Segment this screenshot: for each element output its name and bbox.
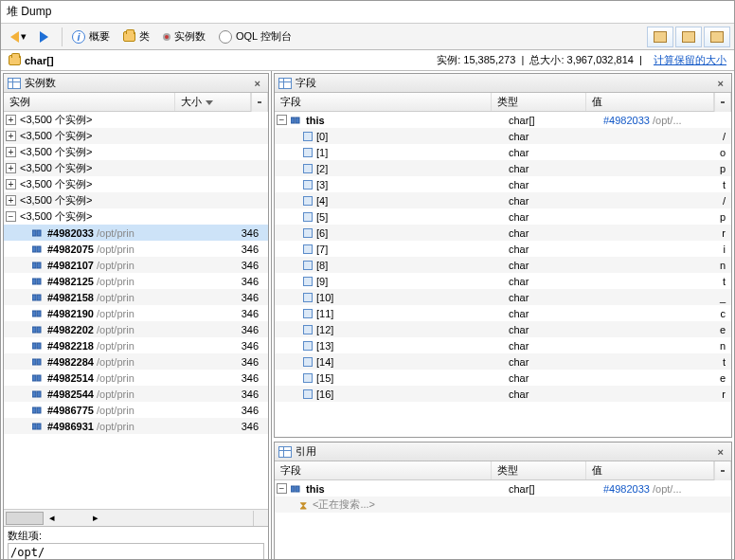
tree-toggle[interactable]: + — [6, 163, 16, 173]
close-icon[interactable]: × — [251, 78, 264, 89]
instance-group-row[interactable]: +<3,500 个实例> — [4, 128, 268, 144]
field-row[interactable]: [16]charr — [275, 386, 731, 402]
field-row[interactable]: [0]char/ — [275, 128, 731, 144]
col-type[interactable]: 类型 — [492, 93, 586, 111]
tree-toggle[interactable]: + — [6, 115, 16, 125]
svg-rect-21 — [37, 391, 41, 397]
classes-button[interactable]: 类 — [117, 27, 155, 45]
tool-btn-2[interactable] — [675, 27, 702, 47]
instance-row[interactable]: #4982033 /opt/prin346 — [4, 225, 268, 241]
instance-row[interactable]: #4982514 /opt/prin346 — [4, 370, 268, 386]
svg-rect-22 — [32, 407, 36, 413]
col-size[interactable]: 大小 — [175, 93, 251, 111]
field-icon — [303, 309, 313, 318]
field-row[interactable]: [5]charp — [275, 208, 731, 225]
instance-row[interactable]: #4986931 /opt/prin346 — [4, 418, 268, 434]
field-icon — [303, 180, 313, 190]
svg-rect-26 — [291, 117, 295, 123]
instance-group-row[interactable]: +<3,500 个实例> — [4, 192, 268, 208]
svg-rect-1 — [37, 230, 41, 236]
field-row[interactable]: [15]chare — [275, 370, 731, 386]
field-row[interactable]: [9]chart — [275, 273, 731, 289]
instance-row[interactable]: #4982190 /opt/prin346 — [4, 305, 268, 321]
svg-rect-5 — [37, 262, 41, 268]
h-scrollbar[interactable]: ◂▸ — [4, 509, 268, 526]
col-instance[interactable]: 实例 — [4, 93, 175, 111]
tree-toggle[interactable]: − — [277, 483, 287, 494]
window-title: 堆 Dump — [1, 1, 734, 24]
tree-toggle[interactable]: + — [6, 131, 16, 141]
instances-button[interactable]: 实例数 — [157, 27, 211, 45]
field-row[interactable]: [1]charo — [275, 144, 731, 160]
instance-row[interactable]: #4982075 /opt/prin346 — [4, 241, 268, 257]
col-value[interactable]: 值 — [586, 93, 714, 111]
tree-toggle[interactable]: + — [6, 195, 16, 206]
col-options[interactable] — [251, 93, 268, 112]
array-items-label: 数组项: — [8, 529, 264, 543]
fields-header: 字段 类型 值 — [275, 93, 731, 112]
ref-this-row[interactable]: −thischar[]#4982033 /opt/... — [275, 480, 731, 497]
field-row[interactable]: [2]charp — [275, 160, 731, 176]
svg-rect-29 — [296, 486, 299, 492]
instance-row[interactable]: #4982107 /opt/prin346 — [4, 257, 268, 273]
close-icon[interactable]: × — [714, 446, 727, 458]
tree-toggle[interactable]: + — [6, 147, 16, 157]
instance-group-row[interactable]: +<3,500 个实例> — [4, 112, 268, 128]
table-icon — [8, 78, 21, 89]
field-icon — [303, 357, 313, 367]
oql-button[interactable]: OQL 控制台 — [213, 27, 297, 45]
tool-btn-3[interactable] — [704, 27, 730, 47]
field-row[interactable]: [14]chart — [275, 353, 731, 370]
field-row[interactable]: [4]char/ — [275, 192, 731, 208]
instance-row[interactable]: #4982125 /opt/prin346 — [4, 273, 268, 289]
field-row[interactable]: [7]chari — [275, 241, 731, 257]
instance-group-row[interactable]: +<3,500 个实例> — [4, 176, 268, 192]
svg-rect-17 — [37, 359, 41, 365]
instance-row[interactable]: #4982218 /opt/prin346 — [4, 337, 268, 353]
instance-group-row[interactable]: +<3,500 个实例> — [4, 160, 268, 176]
instances-grid[interactable]: +<3,500 个实例>+<3,500 个实例>+<3,500 个实例>+<3,… — [4, 112, 268, 509]
instance-group-row[interactable]: −<3,500 个实例> — [4, 208, 268, 225]
instance-group-row[interactable]: +<3,500 个实例> — [4, 144, 268, 160]
tool-btn-1[interactable] — [647, 27, 673, 47]
field-row[interactable]: [3]chart — [275, 176, 731, 192]
svg-rect-8 — [32, 295, 36, 300]
refs-grid[interactable]: −thischar[]#4982033 /opt/...<正在搜索...> — [275, 480, 731, 560]
close-icon[interactable]: × — [714, 78, 727, 89]
instance-row[interactable]: #4982284 /opt/prin346 — [4, 353, 268, 370]
array-icon — [32, 228, 44, 238]
tree-toggle[interactable]: − — [6, 211, 16, 222]
col-options[interactable] — [714, 461, 731, 480]
col-value[interactable]: 值 — [586, 461, 714, 479]
svg-rect-12 — [32, 327, 36, 333]
breadcrumb-bar: char[] 实例: 15,385,273 | 总大小: 3,967,032,8… — [1, 50, 734, 71]
tree-toggle[interactable]: − — [277, 115, 287, 125]
array-icon — [32, 406, 44, 415]
field-row[interactable]: [6]charr — [275, 225, 731, 241]
nav-back-button[interactable]: ▾ — [5, 28, 32, 45]
nav-fwd-button[interactable] — [34, 29, 56, 45]
instance-row[interactable]: #4982158 /opt/prin346 — [4, 289, 268, 305]
tree-toggle[interactable]: + — [6, 179, 16, 190]
svg-rect-24 — [32, 424, 36, 429]
field-row[interactable]: [12]chare — [275, 321, 731, 337]
col-options[interactable] — [714, 93, 731, 112]
overview-button[interactable]: i概要 — [66, 27, 116, 45]
field-row[interactable]: [8]charn — [275, 257, 731, 273]
instance-row[interactable]: #4982544 /opt/prin346 — [4, 386, 268, 402]
col-type[interactable]: 类型 — [492, 461, 586, 479]
fields-grid[interactable]: −thischar[]#4982033 /opt/...[0]char/[1]c… — [275, 112, 731, 437]
col-field[interactable]: 字段 — [275, 461, 492, 479]
field-row[interactable]: [11]charc — [275, 305, 731, 321]
panel-title: 引用 — [296, 444, 316, 459]
instance-row[interactable]: #4982202 /opt/prin346 — [4, 321, 268, 337]
table-icon — [278, 78, 292, 89]
compute-retained-link[interactable]: 计算保留的大小 — [654, 54, 726, 65]
tool-icon — [682, 31, 695, 43]
field-this-row[interactable]: −thischar[]#4982033 /opt/... — [275, 112, 731, 128]
field-row[interactable]: [10]char_ — [275, 289, 731, 305]
array-icon — [32, 389, 44, 399]
instance-row[interactable]: #4986775 /opt/prin346 — [4, 402, 268, 418]
field-row[interactable]: [13]charn — [275, 337, 731, 353]
col-field[interactable]: 字段 — [275, 93, 492, 111]
